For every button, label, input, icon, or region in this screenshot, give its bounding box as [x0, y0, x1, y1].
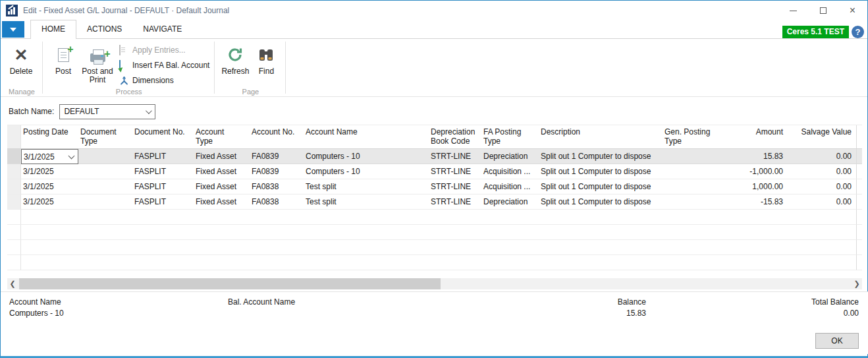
scroll-right-icon[interactable]: ❯	[852, 278, 862, 289]
cell-posting_date[interactable]: 3/1/2025	[21, 149, 78, 164]
column-header-amount[interactable]: Amount	[728, 125, 788, 148]
close-button[interactable]: ×	[838, 1, 867, 20]
column-header-account_no[interactable]: Account No.	[250, 125, 304, 148]
row-selector[interactable]	[7, 179, 21, 194]
cell-document_type[interactable]	[78, 164, 132, 179]
cell-description[interactable]: Split out 1 Computer to dispose	[539, 179, 663, 194]
column-header-dep_book_code[interactable]: Depreciation Book Code	[429, 125, 481, 148]
cell-fa_posting_type[interactable]: Depreciation	[481, 194, 539, 210]
tab-actions[interactable]: ACTIONS	[76, 20, 132, 38]
help-icon[interactable]: ?	[852, 26, 864, 38]
cell-account_no[interactable]: FA0838	[250, 179, 304, 194]
cell-posting_date[interactable]: 3/1/2025	[21, 194, 78, 210]
cell-account_name[interactable]: Computers - 10	[304, 149, 429, 164]
cell-description[interactable]: Split out 1 Computer to dispose	[539, 149, 663, 164]
cell-salvage_value[interactable]: 0.00	[788, 194, 857, 210]
cell-tail[interactable]	[857, 179, 862, 194]
cell-account_no[interactable]: FA0839	[250, 164, 304, 179]
cell-amount	[728, 225, 788, 240]
cell-amount[interactable]: -15.83	[728, 194, 788, 210]
cell-account_type	[194, 225, 250, 240]
horizontal-scrollbar[interactable]: ❮ ❯	[7, 278, 862, 289]
cell-salvage_value[interactable]: 0.00	[788, 149, 857, 164]
column-header-description[interactable]: Description	[539, 125, 663, 148]
cell-description[interactable]: Split out 1 Computer to dispose	[539, 164, 663, 179]
cell-dep_book_code[interactable]: STRT-LINE	[429, 164, 481, 179]
cell-salvage_value[interactable]: 0.00	[788, 164, 857, 179]
cell-tail[interactable]	[857, 164, 862, 179]
chevron-down-icon[interactable]	[68, 152, 75, 159]
cell-account_name[interactable]: Test split	[304, 179, 429, 194]
post-and-print-button[interactable]: + Post and Print	[80, 42, 115, 86]
maximize-button[interactable]	[808, 1, 838, 20]
cell-account_name[interactable]: Test split	[304, 194, 429, 210]
column-header-account_name[interactable]: Account Name	[304, 125, 429, 148]
cell-document_no[interactable]: FASPLIT	[132, 164, 194, 179]
cell-fa_posting_type[interactable]: Acquisition ...	[481, 179, 539, 194]
post-button[interactable]: + Post	[47, 42, 80, 86]
minimize-button[interactable]	[778, 1, 808, 20]
column-header-document_no[interactable]: Document No.	[132, 125, 194, 148]
cell-document_type[interactable]	[78, 194, 132, 210]
cell-tail[interactable]	[857, 194, 862, 210]
cell-posting_date	[21, 210, 78, 225]
ok-button[interactable]: OK	[815, 333, 859, 349]
scrollbar-thumb[interactable]	[19, 278, 441, 289]
refresh-button[interactable]: Refresh	[219, 42, 252, 86]
dimensions-button[interactable]: Dimensions	[119, 75, 209, 86]
cell-gen_posting_type[interactable]	[663, 164, 728, 179]
application-menu-button[interactable]	[2, 21, 24, 38]
insert-fa-bal-account-button[interactable]: Insert FA Bal. Account	[119, 60, 209, 71]
column-header-fa_posting_type[interactable]: FA Posting Type	[481, 125, 539, 148]
cell-document_no[interactable]: FASPLIT	[132, 179, 194, 194]
cell-dep_book_code[interactable]: STRT-LINE	[429, 179, 481, 194]
scroll-left-icon[interactable]: ❮	[7, 278, 18, 289]
cell-document_no[interactable]: FASPLIT	[132, 194, 194, 210]
batch-name-value: DEFAULT	[64, 107, 99, 116]
cell-gen_posting_type[interactable]	[663, 149, 728, 164]
cell-document_type[interactable]	[78, 179, 132, 194]
ribbon-group-page: Refresh Find Page	[215, 39, 286, 96]
cell-gen_posting_type[interactable]	[663, 194, 728, 210]
cell-amount[interactable]: 1,000.00	[728, 179, 788, 194]
apply-entries-button[interactable]: Apply Entries...	[119, 45, 209, 55]
cell-description[interactable]: Split out 1 Computer to dispose	[539, 194, 663, 210]
cell-account_type[interactable]: Fixed Asset	[194, 194, 250, 210]
cell-fa_posting_type	[481, 255, 539, 270]
column-header-posting_date[interactable]: Posting Date	[21, 125, 78, 148]
row-selector[interactable]	[7, 149, 21, 164]
cell-account_no[interactable]: FA0838	[250, 194, 304, 210]
tab-home[interactable]: HOME	[30, 20, 76, 39]
cell-posting_date[interactable]: 3/1/2025	[21, 164, 78, 179]
cell-dep_book_code[interactable]: STRT-LINE	[429, 149, 481, 164]
find-button[interactable]: Find	[252, 42, 281, 86]
column-header-salvage_value[interactable]: Salvage Value	[788, 125, 857, 148]
delete-button[interactable]: ✕ Delete	[5, 42, 38, 86]
cell-salvage_value[interactable]: 0.00	[788, 179, 857, 194]
column-header-gen_posting_type[interactable]: Gen. Posting Type	[663, 125, 728, 148]
cell-amount[interactable]: -1,000.00	[728, 164, 788, 179]
cell-amount[interactable]: 15.83	[728, 149, 788, 164]
cell-document_no[interactable]: FASPLIT	[132, 149, 194, 164]
row-selector[interactable]	[7, 164, 21, 179]
cell-fa_posting_type[interactable]: Depreciation	[481, 149, 539, 164]
cell-fa_posting_type[interactable]: Acquisition ...	[481, 164, 539, 179]
batch-name-row: Batch Name: DEFAULT	[9, 104, 867, 119]
cell-document_no	[132, 210, 194, 225]
cell-document_type[interactable]	[78, 149, 132, 164]
cell-account_type[interactable]: Fixed Asset	[194, 149, 250, 164]
title-bar: Edit - Fixed Asset G/L Journal - DEFAULT…	[1, 1, 867, 20]
column-header-account_type[interactable]: Account Type	[194, 125, 250, 148]
column-header-document_type[interactable]: Document Type	[78, 125, 132, 148]
row-selector[interactable]	[7, 194, 21, 210]
batch-name-select[interactable]: DEFAULT	[59, 104, 155, 119]
cell-account_no[interactable]: FA0839	[250, 149, 304, 164]
cell-account_type[interactable]: Fixed Asset	[194, 179, 250, 194]
cell-dep_book_code[interactable]: STRT-LINE	[429, 194, 481, 210]
cell-gen_posting_type[interactable]	[663, 179, 728, 194]
tab-navigate[interactable]: NAVIGATE	[132, 20, 192, 38]
cell-tail[interactable]	[857, 149, 862, 164]
cell-account_name[interactable]: Computers - 10	[304, 164, 429, 179]
cell-account_type[interactable]: Fixed Asset	[194, 164, 250, 179]
cell-posting_date[interactable]: 3/1/2025	[21, 179, 78, 194]
